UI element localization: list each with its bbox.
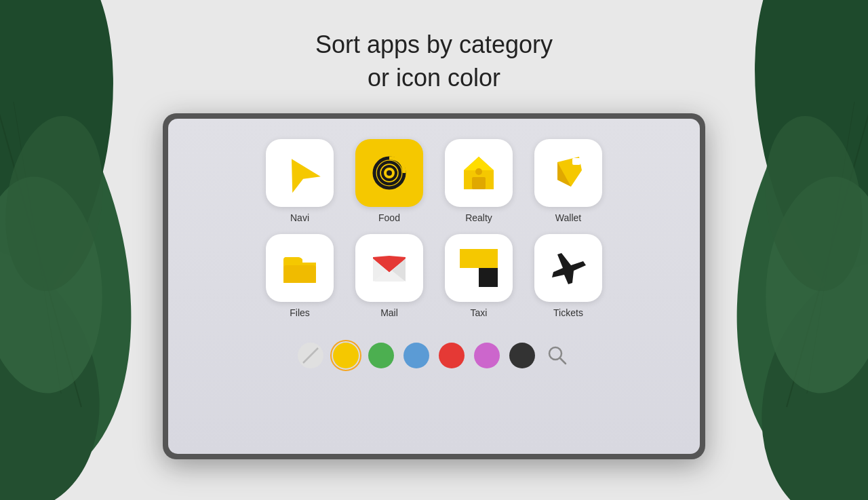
app-label-wallet: Wallet [555,212,581,223]
app-icon-tickets [534,234,602,302]
svg-line-3 [0,68,81,407]
app-icon-food [355,139,423,207]
app-grid: Navi Food [262,139,606,318]
svg-rect-24 [283,265,316,283]
app-item-food[interactable]: Food [352,139,427,223]
device-frame: Navi Food [163,113,705,459]
color-filter-yellow[interactable] [333,343,359,368]
color-filter-none[interactable] [298,343,323,368]
svg-point-0 [0,0,179,500]
header-title: Sort apps by category or icon color [315,28,553,94]
svg-rect-22 [572,158,580,165]
app-icon-files [266,234,334,302]
svg-line-8 [787,68,868,407]
color-filter-blue[interactable] [403,343,429,368]
color-filter-black[interactable] [509,343,535,368]
app-item-wallet[interactable]: Wallet [531,139,606,223]
app-icon-wallet [534,139,602,207]
app-item-taxi[interactable]: Taxi [441,234,516,318]
color-filter-green[interactable] [368,343,394,368]
svg-point-6 [728,0,868,324]
app-label-realty: Realty [465,212,492,223]
color-filter-purple[interactable] [474,343,500,368]
svg-point-7 [726,231,868,500]
svg-line-31 [303,348,318,363]
svg-line-4 [14,102,61,393]
svg-line-9 [807,102,854,393]
search-icon [545,343,570,368]
svg-point-21 [475,168,482,175]
svg-marker-14 [278,151,321,193]
app-icon-navi [266,139,334,207]
app-icon-mail [355,234,423,302]
app-label-taxi: Taxi [471,307,488,318]
color-filter-search[interactable] [545,343,570,368]
app-icon-realty [445,139,513,207]
svg-point-5 [689,0,868,500]
svg-point-10 [0,172,111,398]
color-filter-red[interactable] [439,343,465,368]
device-screen: Navi Food [168,119,700,454]
app-label-navi: Navi [290,212,309,223]
app-label-food: Food [378,212,400,223]
svg-point-18 [387,170,392,176]
svg-rect-19 [472,177,486,189]
svg-point-11 [0,110,113,298]
svg-point-2 [0,218,135,500]
app-item-mail[interactable]: Mail [352,234,427,318]
svg-point-1 [0,0,140,338]
app-item-files[interactable]: Files [262,234,337,318]
page-header: Sort apps by category or icon color [315,28,553,94]
svg-point-13 [755,110,868,298]
app-item-tickets[interactable]: Tickets [531,234,606,318]
app-label-files: Files [290,307,310,318]
app-icon-taxi [445,234,513,302]
svg-line-33 [560,358,566,364]
svg-point-12 [757,172,868,398]
color-filter-row [298,343,570,368]
app-item-navi[interactable]: Navi [262,139,337,223]
app-label-mail: Mail [380,307,398,318]
app-label-tickets: Tickets [553,307,583,318]
app-item-realty[interactable]: Realty [441,139,516,223]
